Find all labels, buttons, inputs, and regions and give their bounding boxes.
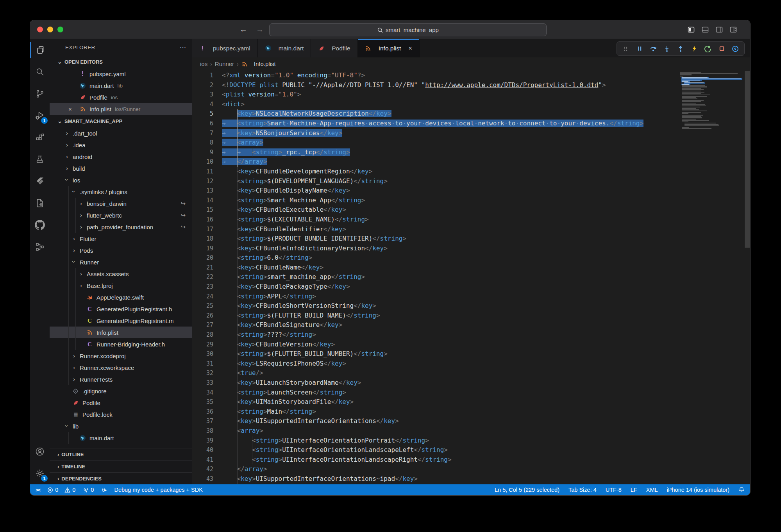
- inspect-button[interactable]: [729, 43, 741, 54]
- tree-item-.gitignore[interactable]: .gitignore: [50, 385, 192, 397]
- code-line[interactable]: 6→ <string>Smart·Machine·App·requires·ac…: [192, 119, 676, 129]
- open-editor-pubspec.yaml[interactable]: !pubspec.yaml: [50, 68, 192, 80]
- code-line[interactable]: 7→ <key>NSBonjourServices</key>: [192, 129, 676, 138]
- code-line[interactable]: 40 <string>UIInterfaceOrientationLandsca…: [192, 445, 676, 455]
- tree-item-GeneratedPluginRegistrant.m[interactable]: CGeneratedPluginRegistrant.m: [50, 315, 192, 327]
- code-line[interactable]: 35 <key>UIMainStoryboardFile</key>: [192, 397, 676, 407]
- step-into-button[interactable]: [661, 43, 673, 54]
- code-line[interactable]: 26 <string>$(FLUTTER_BUILD_NAME)</string…: [192, 311, 676, 321]
- code-line[interactable]: 38 <array>: [192, 426, 676, 436]
- tree-item-AppDelegate.swift[interactable]: AppDelegate.swift: [50, 291, 192, 303]
- code-line[interactable]: 28 <string>????</string>: [192, 330, 676, 340]
- code-line[interactable]: 4<dict>: [192, 100, 676, 109]
- code-line[interactable]: 3<plist version="1.0">: [192, 90, 676, 100]
- tree-item-Runner.xcodeproj[interactable]: ›Runner.xcodeproj: [50, 350, 192, 362]
- tree-item-Assets.xcassets[interactable]: ›Assets.xcassets: [50, 268, 192, 280]
- pause-button[interactable]: [634, 43, 645, 54]
- breadcrumb-Info.plist[interactable]: Info.plist: [241, 61, 276, 67]
- code-line[interactable]: 33 <key>UILaunchStoryboardName</key>: [192, 378, 676, 388]
- activity-explorer[interactable]: [30, 39, 50, 61]
- tab-Podfile[interactable]: Podfile: [311, 39, 357, 57]
- close-tab-icon[interactable]: ×: [408, 45, 412, 52]
- close-window-button[interactable]: [37, 27, 43, 32]
- activity-search[interactable]: [30, 61, 50, 83]
- tree-item-Runner[interactable]: ›Runner: [50, 256, 192, 268]
- code-line[interactable]: 18 <string>$(PRODUCT_BUNDLE_IDENTIFIER)<…: [192, 234, 676, 244]
- code-line[interactable]: 31 <key>LSRequiresIPhoneOS</key>: [192, 359, 676, 369]
- code-line[interactable]: 21 <key>CFBundleName</key>: [192, 263, 676, 273]
- code-line[interactable]: 14 <string>Smart Machine App</string>: [192, 196, 676, 205]
- activity-flutter[interactable]: [30, 170, 50, 192]
- toggle-secondary-sidebar-icon[interactable]: [715, 25, 724, 34]
- code-line[interactable]: 13 <key>CFBundleDisplayName</key>: [192, 186, 676, 196]
- section-outline[interactable]: ›OUTLINE: [50, 448, 192, 460]
- code-line[interactable]: 30 <string>$(FLUTTER_BUILD_NUMBER)</stri…: [192, 349, 676, 359]
- code-line[interactable]: 17 <key>CFBundleIdentifier</key>: [192, 225, 676, 234]
- language-mode[interactable]: XML: [646, 487, 658, 493]
- activity-source-control[interactable]: [30, 83, 50, 105]
- grip-button[interactable]: [620, 43, 632, 54]
- remote-indicator[interactable]: ><: [36, 487, 40, 493]
- minimap[interactable]: [679, 71, 743, 129]
- code-line[interactable]: 34 <string>LaunchScreen</string>: [192, 388, 676, 398]
- code-line[interactable]: 39 <string>UIInterfaceOrientationPortrai…: [192, 436, 676, 446]
- tree-item-main.dart[interactable]: main.dart: [50, 432, 192, 444]
- tree-item-Flutter[interactable]: ›Flutter: [50, 233, 192, 245]
- tree-item-Podfile[interactable]: Podfile: [50, 397, 192, 409]
- open-editors-header[interactable]: ⌄ OPEN EDITORS: [50, 55, 192, 68]
- code-line[interactable]: 41 <string>UIInterfaceOrientationLandsca…: [192, 455, 676, 465]
- code-line[interactable]: 8→ <array>: [192, 138, 676, 148]
- tree-item-Podfile.lock[interactable]: ≣Podfile.lock: [50, 409, 192, 420]
- tree-item-ios[interactable]: ›ios: [50, 174, 192, 186]
- command-center-search[interactable]: smart_machine_app: [269, 23, 547, 36]
- code-line[interactable]: 32 <true/>: [192, 368, 676, 378]
- tree-item-flutter_webrtc[interactable]: ›flutter_webrtc↪: [50, 209, 192, 221]
- activity-run-and-debug[interactable]: 1: [30, 105, 50, 127]
- tree-item-lib[interactable]: ›lib: [50, 420, 192, 432]
- project-root-header[interactable]: ⌄ SMART_MACHINE_APP: [50, 115, 192, 127]
- notifications-bell[interactable]: [738, 487, 745, 493]
- tree-item-.symlinks-plugins[interactable]: ›.symlinks / plugins: [50, 186, 192, 198]
- minimize-window-button[interactable]: [47, 27, 53, 32]
- ports[interactable]: 0: [83, 487, 94, 493]
- device-selector[interactable]: iPhone 14 (ios simulator): [667, 487, 729, 493]
- code-line[interactable]: 10→ </array>: [192, 157, 676, 167]
- code-line[interactable]: 1<?xml version="1.0" encoding="UTF-8"?>: [192, 71, 676, 80]
- breadcrumb-Runner[interactable]: Runner: [215, 61, 234, 67]
- activity-references[interactable]: [30, 236, 50, 258]
- code-line[interactable]: 37 <key>UISupportedInterfaceOrientations…: [192, 416, 676, 426]
- step-out-button[interactable]: [675, 43, 686, 54]
- tree-item-.dart_tool[interactable]: ›.dart_tool: [50, 127, 192, 139]
- open-editor-Info.plist[interactable]: ×Info.plistios/Runner: [50, 103, 192, 115]
- toggle-primary-sidebar-icon[interactable]: [687, 25, 695, 34]
- code-editor[interactable]: 1<?xml version="1.0" encoding="UTF-8"?>2…: [192, 70, 750, 484]
- activity-extensions[interactable]: [30, 127, 50, 148]
- customize-layout-icon[interactable]: [729, 25, 738, 34]
- code-line[interactable]: 2<!DOCTYPE plist PUBLIC "-//Apple//DTD P…: [192, 80, 676, 90]
- step-over-button[interactable]: [647, 43, 659, 54]
- code-line[interactable]: 19 <key>CFBundleInfoDictionaryVersion</k…: [192, 244, 676, 254]
- debug-configuration[interactable]: Debug my code + packages + SDK: [101, 487, 203, 493]
- activity-project-manager[interactable]: [30, 192, 50, 214]
- open-editor-main.dart[interactable]: main.dartlib: [50, 80, 192, 91]
- tree-item-Pods[interactable]: ›Pods: [50, 245, 192, 256]
- tree-item-.idea[interactable]: ›.idea: [50, 139, 192, 151]
- code-line[interactable]: 11 <key>CFBundleDevelopmentRegion</key>: [192, 167, 676, 177]
- activity-testing[interactable]: [30, 148, 50, 170]
- tree-item-GeneratedPluginRegistrant.h[interactable]: CGeneratedPluginRegistrant.h: [50, 303, 192, 315]
- tab-Info.plist[interactable]: Info.plist×: [358, 39, 420, 57]
- eol[interactable]: LF: [631, 487, 637, 493]
- tree-item-path_provider_foundation[interactable]: ›path_provider_foundation↪: [50, 221, 192, 233]
- tree-item-bonsoir_darwin[interactable]: ›bonsoir_darwin↪: [50, 198, 192, 209]
- restart-button[interactable]: [702, 43, 714, 54]
- code-line[interactable]: 43 <key>UISupportedInterfaceOrientations…: [192, 474, 676, 484]
- code-line[interactable]: 5 <key>NSLocalNetworkUsageDescription</k…: [192, 109, 676, 119]
- activity-accounts[interactable]: [30, 441, 50, 462]
- tree-item-android[interactable]: ›android: [50, 151, 192, 162]
- zoom-window-button[interactable]: [57, 27, 63, 32]
- breadcrumb-ios[interactable]: ios: [200, 61, 207, 67]
- tree-item-Info.plist[interactable]: Info.plist: [50, 327, 192, 338]
- tab-main.dart[interactable]: main.dart: [258, 39, 311, 57]
- tab-pubspec.yaml[interactable]: !pubspec.yaml: [192, 39, 258, 57]
- section-dependencies[interactable]: ›DEPENDENCIES: [50, 472, 192, 484]
